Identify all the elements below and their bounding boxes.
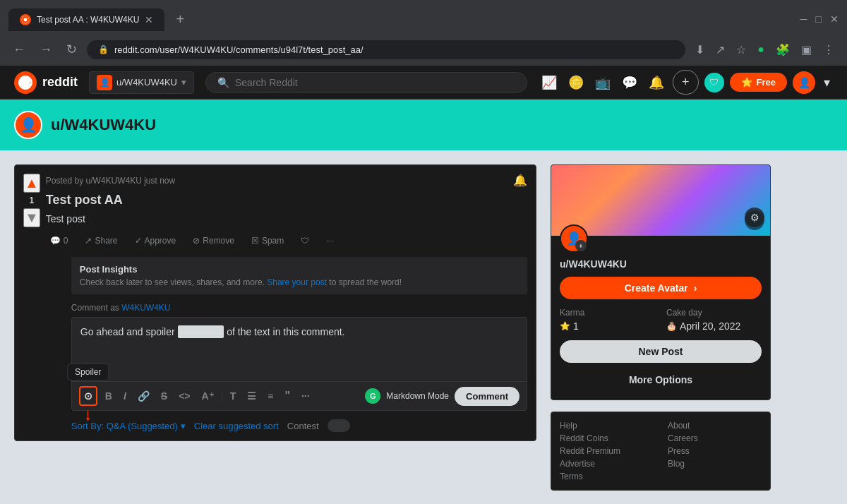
tab-close-icon[interactable]: ✕ bbox=[145, 14, 153, 25]
comment-toolbar: Spoiler ⊙ ↓ B I 🔗 S bbox=[72, 381, 527, 410]
chat-icon[interactable]: 💬 bbox=[619, 72, 640, 93]
notifications-icon[interactable]: 🔔 bbox=[646, 72, 667, 93]
bookmark-icon[interactable]: ☆ bbox=[732, 40, 750, 59]
spoiler-icon: ⊙ bbox=[84, 390, 92, 402]
header-icons: 📈 🪙 📺 💬 🔔 + 🛡 ⭐ Free 👤 ▾ bbox=[539, 70, 833, 95]
create-avatar-button[interactable]: Create Avatar › bbox=[560, 277, 762, 299]
share-post-link[interactable]: Share your post bbox=[267, 277, 327, 287]
shield-icon: 🛡 bbox=[301, 236, 309, 246]
comment-content-before: Go ahead and spoiler bbox=[80, 326, 178, 337]
post-actions: 💬 0 ↗ Share ✓ Approve ⊘ bbox=[46, 233, 527, 248]
numbered-list-button[interactable]: ≡ bbox=[264, 388, 277, 404]
comment-textarea[interactable]: Go ahead and spoiler "this part" of the … bbox=[72, 318, 527, 381]
share-button[interactable]: ↗ Share bbox=[80, 233, 121, 248]
video-icon[interactable]: 📺 bbox=[592, 72, 613, 93]
sort-chevron-icon: ▾ bbox=[181, 421, 186, 431]
bulleted-list-button[interactable]: ☰ bbox=[244, 388, 260, 404]
post-notification-icon[interactable]: 🔔 bbox=[513, 174, 527, 187]
inline-code-button[interactable]: <> bbox=[175, 388, 193, 404]
profile-card: + ⚙ 👤 + u/W4KUW4KU Create Avatar › Karma bbox=[551, 164, 771, 400]
search-icon: 🔍 bbox=[217, 77, 229, 88]
profile-card-avatar: 👤 + bbox=[560, 224, 588, 253]
sidebar-toggle-icon[interactable]: ▣ bbox=[797, 40, 816, 59]
downvote-button[interactable]: ▼ bbox=[23, 208, 40, 227]
user-chip-chevron-icon: ▾ bbox=[181, 77, 186, 88]
press-link[interactable]: Press bbox=[668, 446, 762, 456]
heading-button[interactable]: T bbox=[227, 388, 240, 404]
puzzle-icon[interactable]: 🧩 bbox=[771, 40, 794, 59]
contest-toggle[interactable] bbox=[328, 419, 350, 432]
extensions-icon[interactable]: ● bbox=[753, 40, 769, 59]
approve-icon: ✓ bbox=[135, 236, 142, 246]
comment-as-label: Comment as W4KUW4KU bbox=[71, 303, 527, 313]
profile-banner: + bbox=[551, 165, 770, 236]
new-tab-button[interactable]: + bbox=[170, 6, 190, 33]
superscript-button[interactable]: A⁺ bbox=[198, 388, 217, 404]
comment-button[interactable]: 💬 0 bbox=[46, 233, 73, 248]
strikethrough-button[interactable]: S bbox=[157, 388, 171, 404]
bold-button[interactable]: B bbox=[102, 388, 116, 404]
cakeday-label: Cake day bbox=[666, 308, 762, 318]
refresh-button[interactable]: ↻ bbox=[62, 39, 81, 60]
window-maximize-icon[interactable]: □ bbox=[816, 13, 822, 25]
reddit-logo[interactable]: reddit bbox=[14, 71, 78, 94]
create-post-button[interactable]: + bbox=[673, 70, 699, 95]
user-avatar-button[interactable]: 👤 bbox=[793, 71, 815, 94]
menu-icon[interactable]: ⋮ bbox=[819, 40, 839, 59]
toolbar-more-button[interactable]: ··· bbox=[298, 388, 313, 404]
post-insights: Post Insights Check back later to see vi… bbox=[71, 257, 527, 294]
comment-as-user-link[interactable]: W4KUW4KU bbox=[121, 303, 170, 313]
user-menu-chevron-icon[interactable]: ▾ bbox=[821, 72, 833, 93]
premium-button[interactable]: ⭐ Free bbox=[730, 73, 787, 92]
more-button[interactable]: ··· bbox=[322, 233, 337, 248]
search-input[interactable] bbox=[235, 77, 515, 88]
markdown-mode-button[interactable]: Markdown Mode bbox=[386, 391, 449, 401]
italic-button[interactable]: I bbox=[120, 388, 130, 404]
post-title: Test post AA bbox=[46, 193, 527, 208]
new-post-button[interactable]: New Post bbox=[560, 340, 762, 363]
sidebar-username: u/W4KUW4KU bbox=[560, 258, 762, 270]
forward-button[interactable]: → bbox=[35, 40, 56, 60]
approve-button[interactable]: ✓ Approve bbox=[131, 233, 181, 248]
mod-icon[interactable]: 🛡 bbox=[704, 73, 724, 92]
premium-link[interactable]: Reddit Premium bbox=[560, 446, 654, 456]
karma-item: Karma ⭐ 1 bbox=[560, 308, 655, 332]
back-button[interactable]: ← bbox=[8, 40, 30, 60]
advertise-link[interactable]: Advertise bbox=[560, 459, 654, 469]
help-link[interactable]: Help bbox=[560, 421, 654, 431]
trending-icon[interactable]: 📈 bbox=[539, 72, 560, 93]
share-browser-icon[interactable]: ↗ bbox=[711, 40, 729, 59]
browser-title-bar: Test post AA : W4KUW4KU ✕ + ─ □ ✕ bbox=[0, 0, 847, 33]
create-avatar-chevron-icon: › bbox=[694, 282, 697, 294]
coins-link[interactable]: Reddit Coins bbox=[560, 433, 654, 443]
about-link[interactable]: About bbox=[668, 421, 762, 431]
spam-button[interactable]: ☒ Spam bbox=[247, 233, 288, 248]
upvote-button[interactable]: ▲ bbox=[23, 174, 40, 193]
vote-count: 1 bbox=[30, 196, 35, 205]
browser-tab[interactable]: Test post AA : W4KUW4KU ✕ bbox=[8, 8, 164, 31]
shield-button[interactable]: 🛡 bbox=[296, 233, 313, 248]
remove-button[interactable]: ⊘ Remove bbox=[188, 233, 239, 248]
profile-header-avatar: 👤 bbox=[14, 111, 42, 139]
user-chip-label: u/W4KUW4KU bbox=[116, 77, 177, 88]
blog-link[interactable]: Blog bbox=[668, 459, 762, 469]
user-chip[interactable]: 👤 u/W4KUW4KU ▾ bbox=[89, 71, 194, 94]
terms-link[interactable]: Terms bbox=[560, 472, 654, 481]
link-button[interactable]: 🔗 bbox=[134, 388, 153, 404]
coins-icon[interactable]: 🪙 bbox=[565, 72, 587, 93]
main-content: ▲ 1 ▼ Posted by u/W4KUW4KU just now 🔔 Te… bbox=[0, 150, 847, 504]
download-icon[interactable]: ⬇ bbox=[691, 40, 709, 59]
footer-links: Help About Reddit Coins Careers Reddit P… bbox=[560, 421, 762, 481]
careers-link[interactable]: Careers bbox=[668, 433, 762, 443]
spoiler-button[interactable]: ⊙ bbox=[79, 386, 97, 406]
settings-button[interactable]: ⚙ bbox=[745, 208, 764, 227]
search-bar[interactable]: 🔍 bbox=[205, 72, 527, 93]
clear-sort-button[interactable]: Clear suggested sort bbox=[194, 421, 279, 431]
blockquote-button[interactable]: " bbox=[281, 387, 294, 405]
address-bar[interactable]: 🔒 reddit.com/user/W4KUW4KU/comments/u94l… bbox=[87, 40, 685, 59]
more-options-button[interactable]: More Options bbox=[560, 368, 762, 391]
window-close-icon[interactable]: ✕ bbox=[830, 13, 839, 25]
karma-icon: ⭐ bbox=[560, 321, 570, 331]
comment-submit-button[interactable]: Comment bbox=[455, 387, 519, 406]
window-minimize-icon[interactable]: ─ bbox=[800, 13, 807, 25]
